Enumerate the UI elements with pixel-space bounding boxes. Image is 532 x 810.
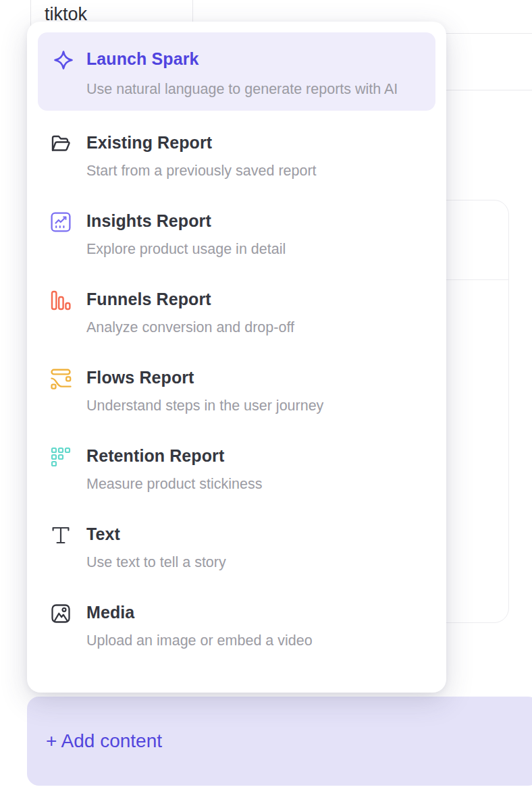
menu-item-retention-report[interactable]: Retention Report Measure product stickin… — [38, 424, 435, 502]
sparkle-icon — [53, 49, 74, 71]
menu-item-title: Text — [86, 524, 226, 544]
menu-item-title: Insights Report — [86, 211, 286, 231]
menu-item-title: Existing Report — [86, 132, 317, 153]
menu-item-description: Use natural language to generate reports… — [86, 77, 398, 101]
menu-item-description: Understand steps in the user journey — [86, 396, 323, 416]
background-divider — [443, 33, 532, 34]
menu-item-title: Retention Report — [86, 446, 263, 466]
add-content-button[interactable]: + Add content — [27, 697, 532, 786]
menu-item-description: Use text to tell a story — [86, 552, 226, 572]
menu-item-description: Upload an image or embed a video — [86, 630, 313, 651]
menu-item-description: Analyze conversion and drop-off — [86, 317, 294, 338]
line-chart-icon — [50, 211, 72, 233]
menu-item-flows-report[interactable]: Flows Report Understand steps in the use… — [38, 346, 435, 424]
menu-item-text[interactable]: Text Use text to tell a story — [38, 502, 435, 580]
menu-item-insights-report[interactable]: Insights Report Explore product usage in… — [38, 189, 435, 267]
menu-item-funnels-report[interactable]: Funnels Report Analyze conversion and dr… — [38, 267, 435, 346]
add-content-menu: Launch Spark Use natural language to gen… — [27, 22, 446, 693]
menu-item-description: Measure product stickiness — [86, 474, 263, 494]
folder-open-icon — [50, 133, 72, 155]
menu-item-title: Media — [86, 602, 313, 622]
menu-item-description: Explore product usage in detail — [86, 239, 286, 259]
menu-item-launch-spark[interactable]: Launch Spark Use natural language to gen… — [38, 32, 435, 111]
funnel-bars-icon — [50, 290, 72, 311]
menu-item-description: Start from a previously saved report — [86, 161, 317, 181]
add-content-label: + Add content — [46, 730, 162, 752]
text-icon — [50, 524, 72, 546]
flows-icon — [50, 368, 72, 389]
background-divider — [443, 90, 532, 90]
media-icon — [50, 603, 72, 624]
retention-grid-icon — [50, 446, 72, 468]
menu-item-existing-report[interactable]: Existing Report Start from a previously … — [38, 111, 435, 189]
menu-item-title: Launch Spark — [86, 49, 398, 69]
menu-item-title: Flows Report — [86, 367, 323, 387]
menu-item-media[interactable]: Media Upload an image or embed a video — [38, 580, 435, 659]
menu-item-title: Funnels Report — [86, 289, 294, 309]
